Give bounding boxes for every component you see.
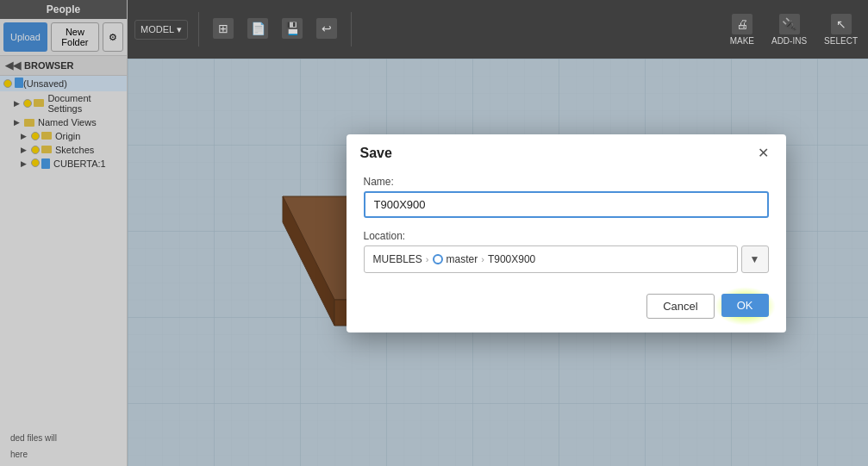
dropdown-chevron-icon: ▼ <box>750 253 760 265</box>
location-label: Location: <box>364 230 769 242</box>
breadcrumb-muebles: MUEBLES <box>373 253 422 265</box>
save-dialog: Save ✕ Name: Location: MUEBLES › master … <box>347 134 786 332</box>
breadcrumb-sep-1: › <box>426 254 429 264</box>
location-breadcrumb: MUEBLES › master › T900X900 <box>373 253 536 265</box>
dialog-titlebar: Save ✕ <box>347 134 786 169</box>
master-circle-icon <box>433 254 443 264</box>
name-input[interactable] <box>364 191 769 218</box>
location-dropdown-button[interactable]: ▼ <box>741 245 769 273</box>
cancel-button[interactable]: Cancel <box>646 294 714 319</box>
dialog-title: Save <box>360 146 392 161</box>
breadcrumb-filename: T900X900 <box>488 253 535 265</box>
location-field[interactable]: MUEBLES › master › T900X900 <box>364 245 738 273</box>
dialog-close-button[interactable]: ✕ <box>755 145 772 162</box>
name-label: Name: <box>364 176 769 188</box>
dialog-footer: Cancel OK <box>347 287 786 332</box>
location-row: MUEBLES › master › T900X900 ▼ <box>364 245 769 273</box>
ok-button[interactable]: OK <box>721 294 769 317</box>
breadcrumb-sep-2: › <box>481 254 484 264</box>
dialog-body: Name: Location: MUEBLES › master › T900X… <box>347 169 786 287</box>
breadcrumb-master: master <box>446 253 478 265</box>
